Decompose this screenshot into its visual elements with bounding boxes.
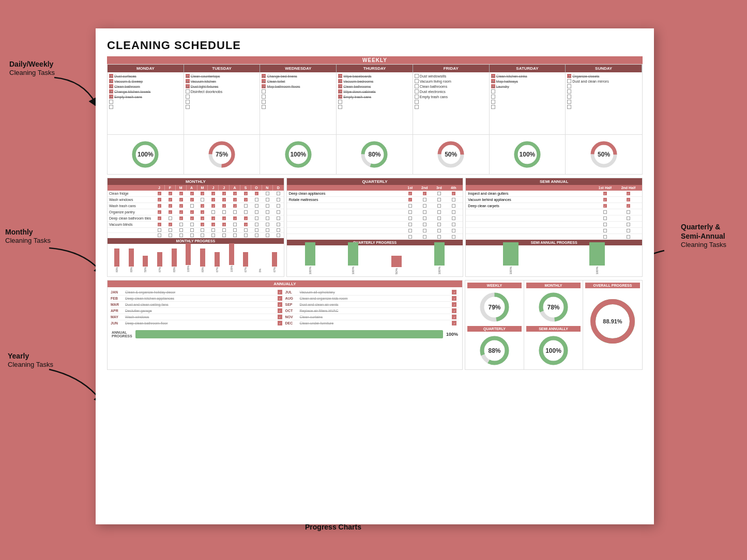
checkbox[interactable] (567, 89, 571, 94)
checkbox[interactable] (415, 74, 419, 78)
checkbox[interactable] (437, 210, 441, 214)
checkbox[interactable] (567, 100, 571, 104)
checkbox[interactable] (437, 198, 441, 201)
checkbox[interactable] (437, 204, 441, 208)
checkbox[interactable] (255, 228, 258, 232)
checkbox[interactable]: ✓ (262, 74, 266, 78)
checkbox[interactable] (277, 198, 280, 201)
checkbox[interactable]: ✓ (408, 198, 412, 201)
checkbox[interactable] (437, 235, 441, 239)
checkbox[interactable]: ✓ (158, 192, 161, 195)
checkbox[interactable]: ✓ (491, 74, 495, 78)
checkbox[interactable]: ✓ (158, 223, 161, 226)
checkbox[interactable]: ✓ (179, 204, 183, 208)
checkbox[interactable] (415, 100, 419, 104)
checkbox[interactable] (266, 198, 269, 201)
checkbox[interactable]: ✓ (255, 192, 258, 195)
checkbox[interactable] (277, 228, 280, 232)
checkbox[interactable] (262, 89, 266, 94)
checkbox[interactable]: ✓ (452, 321, 456, 325)
checkbox[interactable] (408, 216, 412, 220)
checkbox[interactable]: ✓ (169, 192, 172, 195)
checkbox[interactable] (277, 204, 280, 208)
checkbox[interactable] (423, 229, 426, 232)
checkbox[interactable] (627, 223, 630, 226)
checkbox[interactable] (201, 234, 204, 237)
checkbox[interactable] (190, 234, 194, 237)
checkbox[interactable] (423, 198, 426, 201)
checkbox[interactable] (423, 235, 426, 239)
checkbox[interactable] (408, 229, 412, 232)
checkbox[interactable] (190, 228, 194, 232)
checkbox[interactable] (201, 228, 204, 232)
checkbox[interactable] (277, 223, 280, 226)
checkbox[interactable]: ✓ (201, 216, 204, 220)
checkbox[interactable] (491, 95, 495, 99)
checkbox[interactable]: ✓ (201, 192, 204, 195)
checkbox[interactable] (109, 105, 113, 109)
checkbox[interactable] (627, 235, 630, 239)
checkbox[interactable]: ✓ (211, 198, 215, 201)
checkbox[interactable]: ✓ (278, 302, 282, 307)
checkbox[interactable] (603, 229, 607, 232)
checkbox[interactable]: ✓ (452, 290, 456, 294)
checkbox[interactable]: ✓ (222, 204, 226, 208)
checkbox[interactable] (408, 235, 412, 239)
checkbox[interactable]: ✓ (186, 79, 190, 83)
checkbox[interactable] (603, 235, 607, 239)
checkbox[interactable]: ✓ (233, 192, 237, 195)
checkbox[interactable] (109, 100, 113, 104)
checkbox[interactable] (266, 234, 269, 237)
checkbox[interactable] (244, 204, 248, 208)
checkbox[interactable]: ✓ (179, 216, 183, 220)
checkbox[interactable] (179, 234, 183, 237)
checkbox[interactable] (415, 105, 419, 109)
checkbox[interactable] (222, 234, 226, 237)
checkbox[interactable] (408, 204, 412, 208)
checkbox[interactable] (266, 228, 269, 232)
checkbox[interactable] (277, 216, 280, 220)
checkbox[interactable] (277, 234, 280, 237)
checkbox[interactable]: ✓ (452, 315, 456, 319)
checkbox[interactable] (179, 223, 183, 226)
checkbox[interactable] (415, 79, 419, 83)
checkbox[interactable] (255, 216, 258, 220)
checkbox[interactable] (255, 234, 258, 237)
checkbox[interactable] (452, 204, 455, 208)
checkbox[interactable]: ✓ (179, 210, 183, 214)
checkbox[interactable] (190, 204, 194, 208)
checkbox[interactable]: ✓ (244, 223, 248, 226)
checkbox[interactable]: ✓ (158, 204, 161, 208)
checkbox[interactable] (437, 216, 441, 220)
checkbox[interactable]: ✓ (627, 198, 630, 201)
checkbox[interactable] (233, 234, 237, 237)
checkbox[interactable]: ✓ (244, 216, 248, 220)
checkbox[interactable] (603, 210, 607, 214)
checkbox[interactable] (244, 210, 248, 214)
checkbox[interactable]: ✓ (262, 79, 266, 83)
checkbox[interactable]: ✓ (244, 192, 248, 195)
checkbox[interactable] (567, 84, 571, 88)
checkbox[interactable]: ✓ (211, 204, 215, 208)
checkbox[interactable] (244, 234, 248, 237)
checkbox[interactable] (169, 216, 172, 220)
checkbox[interactable] (423, 204, 426, 208)
checkbox[interactable]: ✓ (338, 79, 342, 83)
checkbox[interactable]: ✓ (278, 315, 282, 319)
checkbox[interactable]: ✓ (190, 216, 194, 220)
checkbox[interactable] (567, 105, 571, 109)
checkbox[interactable]: ✓ (158, 216, 161, 220)
checkbox[interactable] (627, 229, 630, 232)
checkbox[interactable] (452, 210, 455, 214)
checkbox[interactable] (222, 210, 226, 214)
checkbox[interactable]: ✓ (491, 84, 495, 88)
checkbox[interactable] (211, 228, 215, 232)
checkbox[interactable]: ✓ (338, 95, 342, 99)
checkbox[interactable]: ✓ (190, 198, 194, 201)
checkbox[interactable] (186, 100, 190, 104)
checkbox[interactable]: ✓ (338, 74, 342, 78)
checkbox[interactable]: ✓ (262, 84, 266, 88)
checkbox[interactable] (452, 216, 455, 220)
checkbox[interactable]: ✓ (278, 290, 282, 294)
checkbox[interactable] (603, 223, 607, 226)
